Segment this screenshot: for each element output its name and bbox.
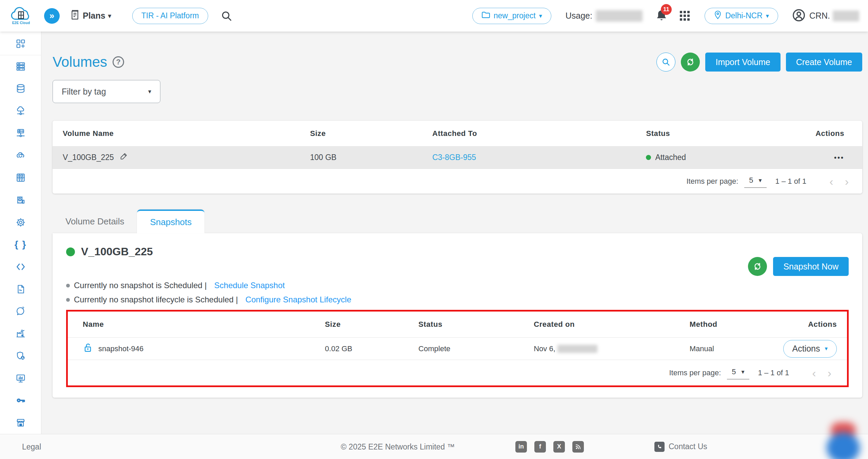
sidebar-item-support[interactable]: ? bbox=[0, 300, 41, 323]
sidebar-expand-button[interactable]: » bbox=[44, 8, 60, 24]
snapshot-method: Manual bbox=[690, 344, 714, 353]
sidebar-item-security-iam[interactable] bbox=[0, 345, 41, 367]
account-menu[interactable]: CRN. bbox=[792, 8, 859, 24]
bullet-icon bbox=[66, 284, 70, 287]
sidebar-item-settings[interactable] bbox=[0, 211, 41, 234]
contact-us-label: Contact Us bbox=[669, 442, 707, 451]
row-actions-menu[interactable]: ••• bbox=[834, 154, 844, 161]
sidebar-item-kubernetes[interactable]: { } bbox=[0, 233, 41, 256]
tir-ai-platform-button[interactable]: TIR - AI Platform bbox=[132, 8, 208, 24]
snapshot-row[interactable]: snapshot-946 0.02 GB Complete Nov 6, Man… bbox=[68, 337, 847, 360]
factory-icon bbox=[16, 328, 26, 339]
table-search-button[interactable] bbox=[656, 53, 675, 72]
edit-volume-icon[interactable] bbox=[119, 152, 128, 163]
items-per-page-label: Items per page: bbox=[669, 368, 721, 377]
region-selector[interactable]: Delhi-NCR ▾ bbox=[705, 8, 778, 24]
chevron-down-icon: ▾ bbox=[759, 177, 762, 184]
volume-row[interactable]: V_100GB_225 100 GB C3-8GB-955 Attached •… bbox=[53, 146, 862, 168]
snapshots-pagination: Items per page: 5 ▾ 1 – 1 of 1 ‹ › bbox=[68, 360, 847, 385]
col-size: Size bbox=[325, 320, 340, 328]
sidebar-item-database[interactable] bbox=[0, 77, 41, 100]
header-right-group: new_project ▾ Usage: 11 Delhi-NCR ▾ bbox=[472, 8, 859, 24]
attached-node-link[interactable]: C3-8GB-955 bbox=[432, 153, 476, 162]
e2e-cloud-logo[interactable]: E2E Cloud bbox=[5, 7, 37, 25]
lifecycle-notice-text: Currently no snapshot lifecycle is Sched… bbox=[74, 295, 238, 304]
items-per-page-select[interactable]: 5 ▾ bbox=[727, 366, 749, 379]
snapshot-status: Complete bbox=[418, 344, 450, 353]
items-per-page-select[interactable]: 5 ▾ bbox=[744, 175, 766, 188]
status-dot-icon bbox=[646, 155, 651, 160]
compute-nodes-icon bbox=[16, 61, 26, 72]
volumes-table-header: Volume Name Size Attached To Status Acti… bbox=[53, 121, 862, 146]
per-page-value: 5 bbox=[732, 367, 736, 376]
tab-snapshots[interactable]: Snapshots bbox=[137, 209, 204, 233]
snapshot-now-button[interactable]: Snapshot Now bbox=[773, 257, 849, 276]
sidebar-item-billing[interactable]: $ bbox=[0, 189, 41, 211]
import-volume-button[interactable]: Import Volume bbox=[705, 53, 780, 72]
sidebar-item-cloud-network[interactable] bbox=[0, 100, 41, 122]
project-name: new_project bbox=[494, 11, 536, 20]
storage-grid-icon bbox=[16, 173, 26, 183]
help-icon[interactable]: ? bbox=[113, 56, 124, 68]
filter-by-tag-select[interactable]: Filter by tag ▾ bbox=[53, 80, 160, 103]
double-chevron-icon: » bbox=[50, 11, 54, 21]
snapshot-actions-button[interactable]: Actions ▾ bbox=[783, 340, 837, 358]
volume-status: Attached bbox=[655, 153, 686, 162]
page-range: 1 – 1 of 1 bbox=[775, 177, 807, 186]
document-icon bbox=[16, 284, 26, 294]
col-actions: Actions bbox=[808, 320, 837, 329]
cloud-backup-icon bbox=[16, 150, 26, 160]
chevron-down-icon: ▾ bbox=[766, 12, 769, 20]
snapshot-created: Nov 6, bbox=[534, 344, 555, 353]
key-icon bbox=[16, 395, 26, 405]
tab-volume-details-label: Volume Details bbox=[65, 216, 124, 227]
contact-us[interactable]: Contact Us bbox=[654, 442, 707, 452]
rss-icon[interactable] bbox=[572, 441, 584, 453]
facebook-icon[interactable]: f bbox=[534, 441, 546, 453]
next-page-icon[interactable]: › bbox=[828, 367, 831, 379]
location-pin-icon bbox=[714, 10, 722, 22]
usage-value-redacted bbox=[596, 10, 643, 22]
linkedin-icon[interactable]: in bbox=[515, 441, 527, 453]
x-twitter-icon[interactable]: X bbox=[553, 441, 565, 453]
sidebar-item-dashboard[interactable] bbox=[0, 33, 41, 55]
svg-text:$: $ bbox=[19, 198, 21, 201]
volumes-table: Volume Name Size Attached To Status Acti… bbox=[53, 121, 862, 194]
col-method: Method bbox=[690, 320, 717, 328]
global-search-icon[interactable] bbox=[220, 10, 233, 22]
refresh-volumes-button[interactable] bbox=[681, 53, 700, 72]
notifications-button[interactable]: 11 bbox=[655, 9, 668, 23]
sidebar-item-cloud-backup[interactable] bbox=[0, 144, 41, 167]
plans-menu[interactable]: Plans ▾ bbox=[70, 9, 111, 22]
col-attached-to: Attached To bbox=[432, 129, 477, 138]
sidebar-item-monitoring[interactable] bbox=[0, 367, 41, 390]
chevron-down-icon: ▾ bbox=[539, 12, 542, 20]
apps-grid-icon[interactable] bbox=[680, 11, 690, 21]
snapshots-table-header: Name Size Status Created on Method Actio… bbox=[68, 312, 847, 337]
snapshots-table-highlighted: Name Size Status Created on Method Actio… bbox=[66, 310, 849, 387]
volume-name: V_100GB_225 bbox=[63, 153, 114, 162]
prev-page-icon[interactable]: ‹ bbox=[812, 367, 816, 379]
sidebar-item-node-server[interactable] bbox=[0, 122, 41, 144]
project-selector[interactable]: new_project ▾ bbox=[472, 8, 551, 24]
sidebar-item-compute[interactable] bbox=[0, 55, 41, 78]
sidebar-item-datacenter[interactable] bbox=[0, 322, 41, 345]
sidebar-item-marketplace[interactable] bbox=[0, 412, 41, 434]
sidebar-item-developer-code[interactable] bbox=[0, 256, 41, 278]
create-volume-button[interactable]: Create Volume bbox=[786, 53, 862, 72]
node-server-icon bbox=[16, 128, 26, 138]
configure-snapshot-lifecycle-link[interactable]: Configure Snapshot Lifecycle bbox=[245, 295, 351, 304]
user-account-icon bbox=[792, 8, 806, 24]
sidebar-item-api-keys[interactable] bbox=[0, 390, 41, 412]
next-page-icon[interactable]: › bbox=[845, 176, 849, 187]
col-name: Name bbox=[83, 320, 104, 329]
tab-volume-details[interactable]: Volume Details bbox=[53, 209, 137, 233]
prev-page-icon[interactable]: ‹ bbox=[829, 176, 833, 187]
page-footer: Legal © 2025 E2E Networks Limited ™ in f… bbox=[0, 434, 868, 459]
schedule-snapshot-link[interactable]: Schedule Snapshot bbox=[214, 281, 285, 290]
refresh-snapshots-button[interactable] bbox=[748, 257, 767, 276]
sidebar-item-documents[interactable] bbox=[0, 278, 41, 300]
sidebar-item-storage[interactable] bbox=[0, 166, 41, 189]
top-header: E2E Cloud » Plans ▾ TIR - AI Platform ne… bbox=[0, 0, 868, 32]
legal-link[interactable]: Legal bbox=[22, 442, 41, 451]
